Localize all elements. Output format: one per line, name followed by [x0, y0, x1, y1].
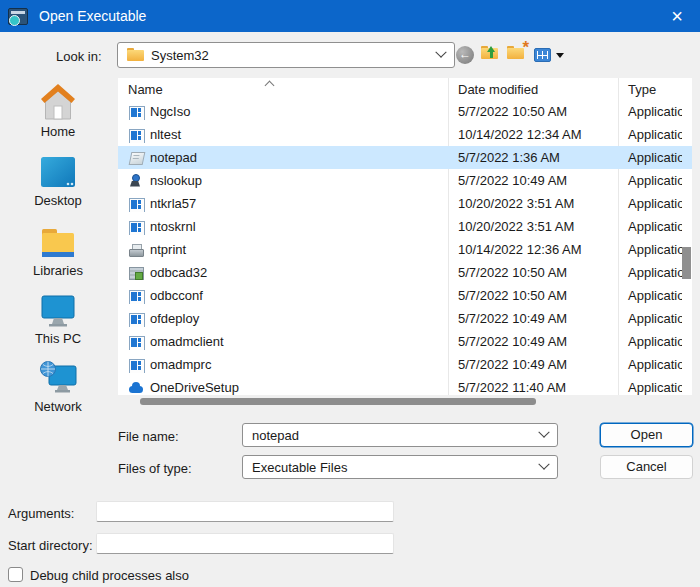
- onedrive-file-icon: [128, 380, 144, 396]
- file-date-modified: 5/7/2022 10:50 AM: [448, 265, 618, 280]
- back-icon[interactable]: ←: [456, 46, 474, 64]
- app-file-icon: [128, 357, 144, 373]
- file-date-modified: 5/7/2022 10:50 AM: [448, 288, 618, 303]
- horizontal-scrollbar[interactable]: [118, 398, 692, 405]
- file-row[interactable]: nslookup 5/7/2022 10:49 AM Application: [118, 169, 692, 192]
- libraries-icon: [38, 225, 78, 261]
- file-type: Application: [618, 219, 682, 234]
- file-type: Application: [618, 265, 682, 280]
- sidebar-item-label: Desktop: [34, 193, 82, 208]
- file-type: Application: [618, 196, 682, 211]
- file-type: Application: [618, 104, 682, 119]
- file-rows: NgcIso 5/7/2022 10:50 AM Application nlt…: [118, 100, 692, 395]
- column-header-type[interactable]: Type: [618, 78, 692, 100]
- file-name: odbcconf: [150, 288, 203, 303]
- sort-ascending-icon: [265, 81, 275, 91]
- vertical-scrollbar-thumb[interactable]: [682, 247, 691, 279]
- app-file-icon: [128, 196, 144, 212]
- file-type: Application: [618, 173, 682, 188]
- folder-icon: [127, 48, 144, 62]
- file-name: ofdeploy: [150, 311, 199, 326]
- sidebar-item-home[interactable]: Home: [0, 82, 116, 139]
- list-header: Name Date modified Type: [118, 78, 692, 100]
- sidebar-item-label: Home: [41, 124, 76, 139]
- file-row[interactable]: omadmprc 5/7/2022 10:49 AM Application: [118, 353, 692, 376]
- file-date-modified: 5/7/2022 10:50 AM: [448, 104, 618, 119]
- files-of-type-combobox[interactable]: Executable Files: [242, 455, 558, 479]
- file-name-combobox[interactable]: notepad: [242, 423, 558, 447]
- file-date-modified: 10/20/2022 3:51 AM: [448, 196, 618, 211]
- app-file-icon: [128, 334, 144, 350]
- file-type: Application: [618, 150, 682, 165]
- desktop-icon: [38, 155, 78, 191]
- cancel-button[interactable]: Cancel: [600, 455, 693, 479]
- file-row[interactable]: omadmclient 5/7/2022 10:49 AM Applicatio…: [118, 330, 692, 353]
- file-name: ntoskrnl: [150, 219, 196, 234]
- look-in-label: Look in:: [56, 49, 102, 64]
- start-directory-input[interactable]: [96, 533, 394, 554]
- view-menu-caret-icon[interactable]: [556, 53, 564, 62]
- open-executable-dialog: Open Executable × Look in: System32 ← * …: [0, 0, 700, 587]
- arguments-label: Arguments:: [8, 506, 74, 521]
- view-menu-icon[interactable]: [534, 48, 551, 62]
- close-button[interactable]: ×: [654, 0, 700, 32]
- file-date-modified: 5/7/2022 10:49 AM: [448, 173, 618, 188]
- sidebar-item-network[interactable]: Network: [0, 359, 116, 414]
- home-icon: [39, 82, 77, 122]
- file-row[interactable]: ntkrla57 10/20/2022 3:51 AM Application: [118, 192, 692, 215]
- debug-children-checkbox[interactable]: [8, 567, 23, 582]
- file-row[interactable]: OneDriveSetup 5/7/2022 11:40 AM Applicat…: [118, 376, 692, 395]
- column-header-date-modified[interactable]: Date modified: [448, 78, 618, 100]
- column-header-name[interactable]: Name: [118, 78, 448, 100]
- sidebar-item-libraries[interactable]: Libraries: [0, 225, 116, 278]
- create-new-folder-icon[interactable]: *: [507, 46, 525, 62]
- open-button[interactable]: Open: [600, 423, 693, 447]
- notepad-file-icon: [128, 150, 144, 166]
- debugger-app-icon: [8, 8, 28, 25]
- file-row[interactable]: ntoskrnl 10/20/2022 3:51 AM Application: [118, 215, 692, 238]
- start-directory-label: Start directory:: [8, 538, 93, 553]
- app-file-icon: [128, 104, 144, 120]
- file-name: ntprint: [150, 242, 186, 257]
- file-name-value: notepad: [252, 428, 299, 443]
- horizontal-scrollbar-thumb[interactable]: [140, 398, 536, 405]
- file-type: Application: [618, 334, 682, 349]
- file-type: Application: [618, 288, 682, 303]
- files-of-type-label: Files of type:: [118, 461, 192, 476]
- files-of-type-value: Executable Files: [252, 460, 347, 475]
- chevron-down-icon: [538, 427, 549, 438]
- file-row[interactable]: odbcconf 5/7/2022 10:50 AM Application: [118, 284, 692, 307]
- file-name: NgcIso: [150, 104, 190, 119]
- file-type: Application: [618, 380, 682, 395]
- file-type: Application: [618, 127, 682, 142]
- printer-file-icon: [128, 242, 144, 258]
- file-row[interactable]: ofdeploy 5/7/2022 10:49 AM Application: [118, 307, 692, 330]
- look-in-combobox[interactable]: System32: [117, 42, 455, 68]
- console-file-icon: [128, 173, 144, 189]
- sidebar-item-label: This PC: [35, 331, 81, 346]
- file-row[interactable]: NgcIso 5/7/2022 10:50 AM Application: [118, 100, 692, 123]
- file-date-modified: 5/7/2022 10:49 AM: [448, 311, 618, 326]
- file-date-modified: 10/14/2022 12:34 AM: [448, 127, 618, 142]
- file-row[interactable]: odbcad32 5/7/2022 10:50 AM Application: [118, 261, 692, 284]
- odbc-file-icon: [128, 265, 144, 281]
- file-row[interactable]: nltest 10/14/2022 12:34 AM Application: [118, 123, 692, 146]
- file-row[interactable]: notepad 5/7/2022 1:36 AM Application: [118, 146, 692, 169]
- file-row[interactable]: ntprint 10/14/2022 12:36 AM Application: [118, 238, 692, 261]
- file-name: odbcad32: [150, 265, 207, 280]
- file-date-modified: 5/7/2022 11:40 AM: [448, 380, 618, 395]
- sidebar-item-this-pc[interactable]: This PC: [0, 293, 116, 346]
- up-arrow-icon: [487, 42, 495, 52]
- debug-children-label: Debug child processes also: [30, 568, 189, 583]
- arguments-input[interactable]: [96, 501, 394, 522]
- sidebar-item-desktop[interactable]: Desktop: [0, 155, 116, 208]
- file-date-modified: 5/7/2022 10:49 AM: [448, 357, 618, 372]
- file-date-modified: 10/14/2022 12:36 AM: [448, 242, 618, 257]
- network-icon: [38, 359, 78, 397]
- file-name: OneDriveSetup: [150, 380, 239, 395]
- file-type: Application: [618, 242, 682, 257]
- file-type: Application: [618, 357, 682, 372]
- this-pc-icon: [38, 293, 78, 329]
- up-one-level-icon[interactable]: [481, 46, 499, 62]
- file-list: Name Date modified Type NgcIso 5/7/2022 …: [118, 78, 692, 395]
